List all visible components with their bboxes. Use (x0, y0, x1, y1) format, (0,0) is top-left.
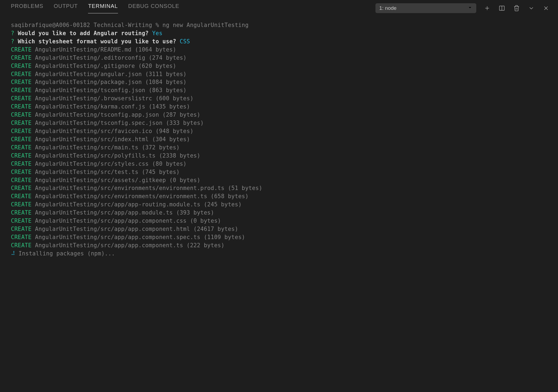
tab-debug-console[interactable]: DEBUG CONSOLE (128, 3, 179, 13)
tab-output[interactable]: OUTPUT (54, 3, 78, 13)
terminal-line: ⠼ Installing packages (npm)... (11, 250, 547, 258)
terminal-line: CREATE AngularUnitTesting/src/assets/.gi… (11, 176, 547, 185)
maximize-panel-button[interactable] (527, 4, 535, 12)
terminal-line: CREATE AngularUnitTesting/src/favicon.ic… (11, 127, 547, 135)
terminal-line: CREATE AngularUnitTesting/src/environmen… (11, 192, 547, 201)
terminal-line: CREATE AngularUnitTesting/angular.json (… (11, 70, 547, 79)
terminal-selector-label: 1: node (379, 5, 396, 11)
terminal-line: CREATE AngularUnitTesting/.editorconfig … (11, 54, 547, 62)
terminal-line: CREATE AngularUnitTesting/karma.conf.js … (11, 103, 547, 111)
terminal-line: CREATE AngularUnitTesting/src/main.ts (3… (11, 144, 547, 152)
new-terminal-button[interactable] (483, 4, 491, 12)
terminal-line: CREATE AngularUnitTesting/src/index.html… (11, 135, 547, 144)
terminal-line: CREATE AngularUnitTesting/src/app/app.co… (11, 217, 547, 225)
terminal-line: CREATE AngularUnitTesting/tsconfig.json … (11, 86, 547, 95)
terminal-line: CREATE AngularUnitTesting/.gitignore (62… (11, 62, 547, 70)
terminal-line: saqibrafique@A006-00182 Technical-Writin… (11, 21, 547, 29)
terminal-line: CREATE AngularUnitTesting/src/app/app.co… (11, 225, 547, 233)
terminal-line: CREATE AngularUnitTesting/src/styles.css… (11, 160, 547, 168)
terminal-selector[interactable]: 1: node (375, 3, 476, 13)
terminal-line: CREATE AngularUnitTesting/.browserslistr… (11, 95, 547, 103)
terminal-line: ? Would you like to add Angular routing?… (11, 29, 547, 38)
tab-problems[interactable]: PROBLEMS (11, 3, 43, 13)
terminal-line: CREATE AngularUnitTesting/tsconfig.app.j… (11, 111, 547, 119)
terminal-line: CREATE AngularUnitTesting/src/app/app.co… (11, 233, 547, 242)
split-terminal-button[interactable] (498, 4, 506, 12)
panel-tabs: PROBLEMS OUTPUT TERMINAL DEBUG CONSOLE (11, 3, 179, 13)
terminal-line: CREATE AngularUnitTesting/src/app/app.mo… (11, 209, 547, 217)
terminal-output[interactable]: saqibrafique@A006-00182 Technical-Writin… (0, 16, 558, 263)
tab-terminal[interactable]: TERMINAL (88, 3, 118, 13)
chevron-down-icon (468, 5, 472, 11)
terminal-line: CREATE AngularUnitTesting/README.md (106… (11, 46, 547, 54)
terminal-line: CREATE AngularUnitTesting/src/polyfills.… (11, 152, 547, 160)
panel-header: PROBLEMS OUTPUT TERMINAL DEBUG CONSOLE 1… (0, 0, 558, 16)
terminal-line: CREATE AngularUnitTesting/tsconfig.spec.… (11, 119, 547, 127)
terminal-line: CREATE AngularUnitTesting/src/app/app-ro… (11, 201, 547, 209)
terminal-line: CREATE AngularUnitTesting/src/environmen… (11, 184, 547, 192)
terminal-controls: 1: node (375, 3, 550, 13)
kill-terminal-button[interactable] (513, 4, 520, 12)
terminal-line: CREATE AngularUnitTesting/package.json (… (11, 78, 547, 86)
terminal-line: CREATE AngularUnitTesting/src/test.ts (7… (11, 168, 547, 176)
close-panel-button[interactable] (542, 4, 550, 12)
terminal-line: CREATE AngularUnitTesting/src/app/app.co… (11, 242, 547, 250)
terminal-line: ? Which stylesheet format would you like… (11, 38, 547, 46)
